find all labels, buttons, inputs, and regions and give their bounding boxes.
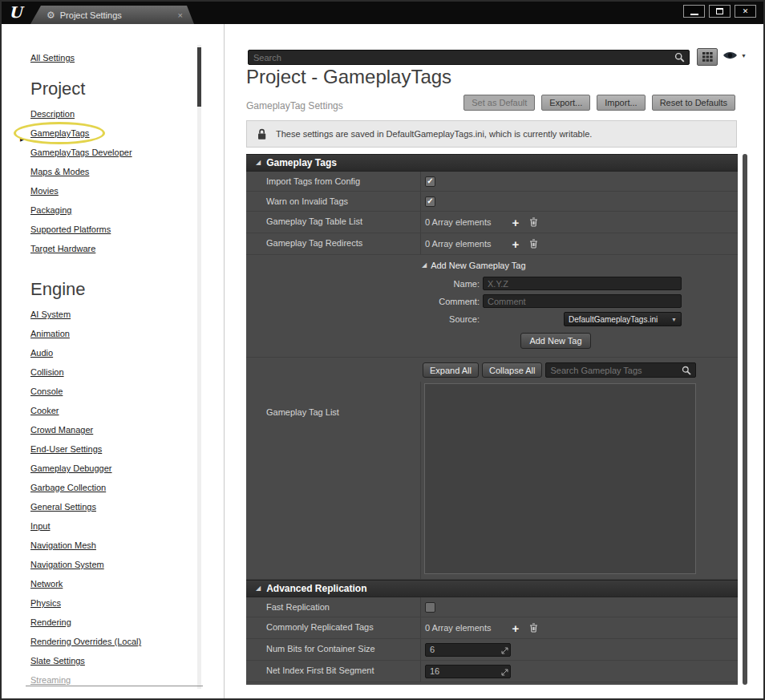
- array-count: 0 Array elements: [425, 217, 492, 227]
- set-as-default-button[interactable]: Set as Default: [463, 95, 535, 111]
- unreal-logo-icon: U: [9, 3, 22, 21]
- gear-icon: ⚙: [47, 10, 55, 20]
- drag-arrows-icon[interactable]: [501, 669, 508, 676]
- tab-project-settings[interactable]: ⚙ Project Settings ×: [30, 6, 194, 24]
- sidebar-item-all-settings[interactable]: All Settings: [30, 48, 75, 67]
- property-label: Num Bits for Container Size: [246, 639, 420, 660]
- sidebar-item-maps-modes[interactable]: Maps & Modes: [30, 162, 89, 181]
- sidebar-item-rendering-overrides[interactable]: Rendering Overrides (Local): [30, 632, 141, 651]
- sidebar-scrollbar-track[interactable]: [197, 45, 201, 689]
- property-row: Net Index First Bit Segment: [246, 661, 738, 682]
- property-row: Gameplay Tag List: [246, 382, 738, 580]
- gameplay-tag-list-box[interactable]: [424, 383, 696, 574]
- add-element-icon[interactable]: +: [512, 216, 520, 229]
- grid-view-icon: [702, 52, 713, 62]
- writable-info-banner: These settings are saved in DefaultGamep…: [246, 120, 737, 148]
- view-options-dropdown[interactable]: ▼: [722, 51, 747, 60]
- page-title: Project - GameplayTags: [246, 66, 451, 88]
- sidebar-item-rendering[interactable]: Rendering: [30, 613, 71, 632]
- sidebar-item-movies[interactable]: Movies: [30, 181, 59, 200]
- trash-icon[interactable]: [529, 239, 538, 249]
- sidebar-item-navigation-mesh[interactable]: Navigation Mesh: [30, 536, 96, 555]
- restore-button[interactable]: [709, 5, 731, 18]
- num-bits-input[interactable]: [425, 643, 511, 657]
- settings-panel: ◢ Gameplay Tags Import Tags from Config …: [246, 154, 738, 685]
- sidebar-item-crowd-manager[interactable]: Crowd Manager: [30, 420, 93, 439]
- import-button[interactable]: Import...: [597, 95, 645, 111]
- tag-list-tools: Expand All Collapse All: [246, 358, 738, 382]
- tag-source-value: DefaultGameplayTags.ini: [569, 315, 658, 324]
- sidebar-item-description[interactable]: Description: [30, 104, 75, 123]
- add-new-tag-expander[interactable]: ◢ Add New Gameplay Tag: [422, 258, 738, 273]
- settings-main: ▼ Project - GameplayTags GameplayTag Set…: [225, 24, 763, 698]
- import-tags-checkbox[interactable]: ✓: [425, 176, 435, 187]
- sidebar-item-navigation-system[interactable]: Navigation System: [30, 555, 104, 574]
- minimize-button[interactable]: [683, 5, 705, 18]
- sidebar-item-target-hardware[interactable]: Target Hardware: [30, 239, 95, 258]
- close-button[interactable]: ✕: [735, 5, 756, 18]
- section-header-advanced-replication[interactable]: ◢ Advanced Replication: [246, 580, 738, 597]
- sidebar-item-slate-settings[interactable]: Slate Settings: [30, 651, 85, 670]
- tag-comment-input[interactable]: [483, 294, 682, 308]
- sidebar-item-input[interactable]: Input: [30, 516, 50, 536]
- sidebar-item-ai-system[interactable]: AI System: [30, 305, 71, 324]
- sidebar-item-gameplaytags-developer[interactable]: GameplayTags Developer: [30, 143, 132, 162]
- add-element-icon[interactable]: +: [512, 238, 520, 250]
- search-input[interactable]: [249, 53, 674, 63]
- sidebar-item-physics[interactable]: Physics: [30, 593, 61, 613]
- drag-arrows-icon[interactable]: [501, 647, 508, 654]
- tag-name-input[interactable]: [483, 277, 682, 290]
- property-label: Warn on Invalid Tags: [246, 192, 420, 211]
- section-expander-icon: ◢: [256, 585, 261, 592]
- warn-invalid-checkbox[interactable]: ✓: [425, 196, 435, 207]
- sidebar-item-general-settings[interactable]: General Settings: [30, 497, 96, 516]
- sidebar-item-cooker[interactable]: Cooker: [30, 401, 59, 420]
- sidebar-item-console[interactable]: Console: [30, 382, 63, 401]
- sidebar-item-label: GameplayTags: [30, 128, 89, 138]
- sidebar-scrollbar-thumb[interactable]: [197, 47, 201, 107]
- fast-replication-checkbox[interactable]: [425, 602, 435, 613]
- dropdown-arrow-icon: ▼: [671, 317, 677, 322]
- net-index-input[interactable]: [425, 665, 511, 678]
- sidebar-item-animation[interactable]: Animation: [30, 324, 70, 343]
- array-count: 0 Array elements: [425, 623, 492, 633]
- sidebar-item-audio[interactable]: Audio: [30, 343, 53, 362]
- restore-icon: [716, 8, 723, 14]
- page-subtitle: GameplayTag Settings: [246, 100, 343, 111]
- tag-search: [545, 362, 696, 378]
- add-new-tag-title: Add New Gameplay Tag: [431, 261, 525, 270]
- sidebar-item-collision[interactable]: Collision: [30, 362, 64, 382]
- tag-search-input[interactable]: [546, 366, 682, 375]
- sidebar-bottom-divider: [26, 686, 203, 686]
- sidebar-item-garbage-collection[interactable]: Garbage Collection: [30, 478, 106, 497]
- trash-icon[interactable]: [529, 217, 538, 227]
- sidebar-item-gameplaytags[interactable]: ▶ GameplayTags: [30, 123, 89, 143]
- sidebar-item-streaming[interactable]: Streaming: [30, 670, 71, 690]
- tab-close-icon[interactable]: ×: [178, 10, 183, 20]
- panel-scrollbar[interactable]: [743, 154, 747, 685]
- sidebar-item-gameplay-debugger[interactable]: Gameplay Debugger: [30, 459, 112, 478]
- tag-source-dropdown[interactable]: DefaultGameplayTags.ini ▼: [564, 312, 682, 326]
- property-label: Import Tags from Config: [246, 172, 420, 191]
- property-label: Commonly Replicated Tags: [246, 617, 420, 638]
- section-header-gameplay-tags[interactable]: ◢ Gameplay Tags: [246, 154, 738, 172]
- reset-to-defaults-button[interactable]: Reset to Defaults: [652, 95, 735, 111]
- add-element-icon[interactable]: +: [512, 622, 520, 634]
- add-new-tag-button[interactable]: Add New Tag: [520, 333, 590, 349]
- sidebar-item-supported-platforms[interactable]: Supported Platforms: [30, 220, 111, 239]
- expand-all-button[interactable]: Expand All: [423, 362, 479, 378]
- array-count: 0 Array elements: [425, 239, 492, 249]
- sidebar-item-network[interactable]: Network: [30, 574, 63, 593]
- close-icon: ✕: [743, 7, 749, 15]
- sidebar-item-packaging[interactable]: Packaging: [30, 200, 71, 220]
- grid-view-button[interactable]: [697, 48, 718, 66]
- sidebar-item-end-user-settings[interactable]: End-User Settings: [30, 439, 102, 459]
- property-label: Gameplay Tag List: [246, 382, 420, 579]
- source-label: Source:: [422, 314, 483, 324]
- collapse-all-button[interactable]: Collapse All: [482, 362, 542, 378]
- expander-right-icon: ▶: [20, 130, 24, 149]
- trash-icon[interactable]: [529, 623, 538, 633]
- export-button[interactable]: Export...: [541, 95, 590, 111]
- property-label: Fast Replication: [246, 597, 420, 617]
- settings-search: [248, 50, 690, 65]
